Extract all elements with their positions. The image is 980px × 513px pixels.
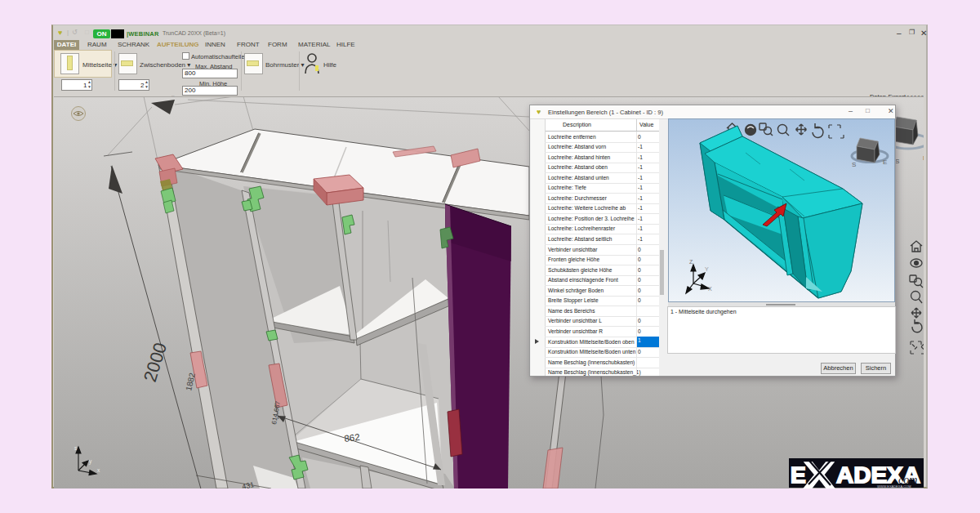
svg-text:Z: Z: [689, 259, 693, 265]
svg-text:WWW.EXADEXA.COM: WWW.EXADEXA.COM: [877, 484, 911, 488]
svg-text:862: 862: [344, 432, 361, 444]
svg-text:y: y: [89, 458, 92, 465]
svg-text:E: E: [923, 154, 924, 162]
svg-text:X: X: [708, 286, 712, 292]
svg-text:S: S: [852, 161, 856, 168]
svg-text:x: x: [97, 467, 100, 473]
svg-text:Y: Y: [705, 266, 709, 272]
svg-text:E: E: [883, 158, 887, 166]
svg-text:1882: 1882: [184, 372, 197, 392]
